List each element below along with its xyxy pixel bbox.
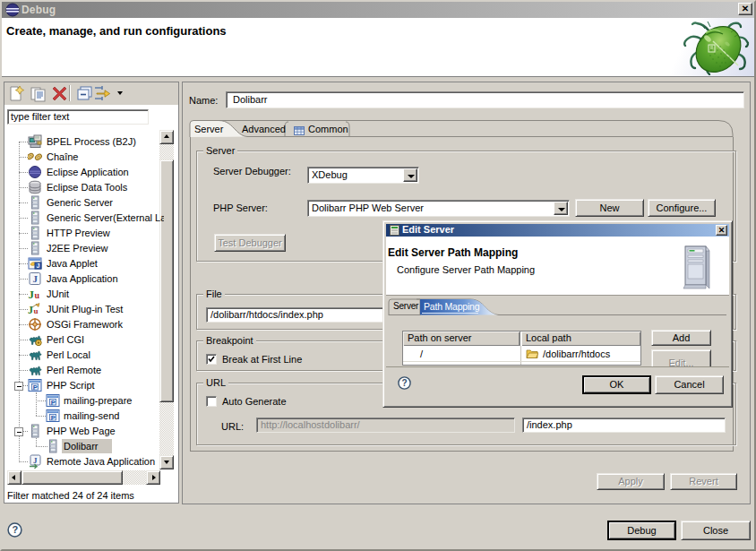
svg-text:?: ? <box>12 524 18 535</box>
svg-text:?: ? <box>402 378 408 388</box>
